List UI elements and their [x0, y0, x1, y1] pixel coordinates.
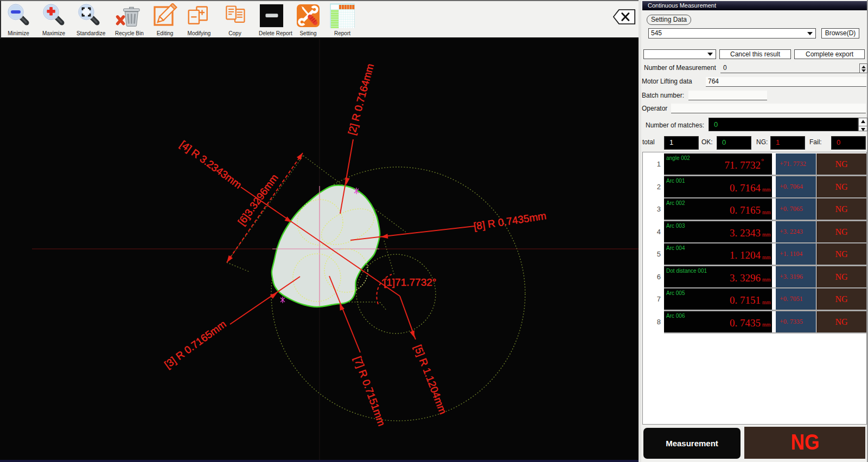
svg-text:[1]71.7732°: [1]71.7732° [384, 277, 436, 288]
